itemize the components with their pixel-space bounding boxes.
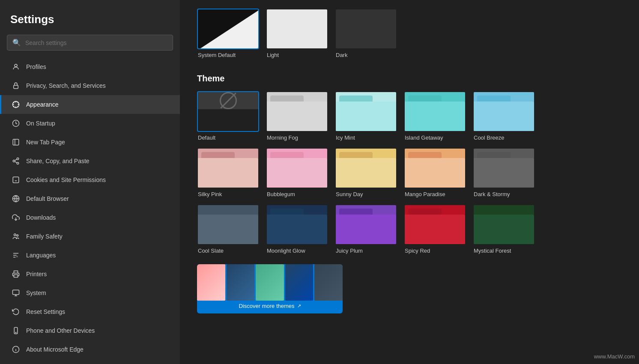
sidebar-item-appearance[interactable]: Appearance [0, 95, 180, 114]
theme-img-sunny-day [335, 148, 397, 188]
theme-label-icy-mint: Icy Mint [335, 134, 397, 141]
theme-card-mystical-forest[interactable]: Mystical Forest [473, 204, 535, 254]
system-icon [12, 289, 20, 297]
theme-label-dark-stormy: Dark & Stormy [473, 191, 535, 197]
discover-img-3 [256, 264, 284, 301]
theme-img-bubblegum [266, 148, 328, 188]
theme-card-default[interactable]: Default [197, 91, 259, 141]
search-box[interactable]: 🔍 [7, 35, 173, 51]
reset-icon [12, 307, 20, 316]
theme-img-island-getaway [404, 91, 466, 132]
sidebar-item-family[interactable]: Family Safety [0, 227, 180, 246]
svg-point-15 [14, 234, 16, 236]
theme-img-dark-stormy [473, 148, 535, 188]
printers-icon [12, 270, 20, 278]
discover-img-2 [227, 264, 255, 301]
theme-label-moonlight-glow: Moonlight Glow [266, 248, 328, 254]
mode-img-light [266, 9, 328, 49]
theme-card-sunny-day[interactable]: Sunny Day [335, 148, 397, 197]
startup-label: On Startup [26, 120, 55, 127]
sidebar-item-system[interactable]: System [0, 283, 180, 302]
themes-grid: Default Morning Fog Icy Mint [197, 91, 622, 254]
mode-card-light[interactable]: Light [266, 9, 328, 58]
mode-card-dark[interactable]: Dark [335, 9, 397, 58]
privacy-label: Privacy, Search, and Services [26, 82, 106, 89]
theme-card-dark-stormy[interactable]: Dark & Stormy [473, 148, 535, 197]
sidebar-item-printers[interactable]: Printers [0, 265, 180, 283]
sidebar-item-reset[interactable]: Reset Settings [0, 302, 180, 321]
color-mode-section: System Default Light Dark [197, 0, 622, 58]
main-content: System Default Light Dark Theme Default [180, 0, 639, 364]
sidebar-item-startup[interactable]: On Startup [0, 114, 180, 133]
app-title: Settings [0, 9, 180, 35]
family-label: Family Safety [26, 233, 63, 240]
theme-card-island-getaway[interactable]: Island Getaway [404, 91, 466, 141]
theme-label-bubblegum: Bubblegum [266, 191, 328, 197]
appearance-icon [12, 100, 20, 109]
discover-images [197, 264, 343, 301]
family-icon [12, 232, 20, 241]
svg-rect-18 [14, 275, 18, 277]
theme-label-mystical-forest: Mystical Forest [473, 248, 535, 254]
theme-label-cool-breeze: Cool Breeze [473, 134, 535, 141]
svg-point-7 [13, 160, 15, 162]
search-input[interactable] [25, 39, 167, 46]
theme-card-icy-mint[interactable]: Icy Mint [335, 91, 397, 141]
theme-img-moonlight-glow [266, 204, 328, 245]
languages-label: Languages [26, 252, 56, 259]
mode-img-dark [335, 9, 397, 49]
sidebar-item-share[interactable]: Share, Copy, and Paste [0, 152, 180, 170]
sidebar-item-newtab[interactable]: New Tab Page [0, 133, 180, 152]
default-browser-label: Default Browser [26, 195, 69, 202]
theme-img-juicy-plum [335, 204, 397, 245]
sidebar-item-privacy[interactable]: Privacy, Search, and Services [0, 76, 180, 95]
profiles-icon [12, 63, 20, 71]
privacy-icon [12, 81, 20, 90]
theme-label-cool-slate: Cool Slate [197, 248, 259, 254]
svg-rect-11 [13, 177, 19, 183]
theme-img-spicy-red [404, 204, 466, 245]
theme-card-spicy-red[interactable]: Spicy Red [404, 204, 466, 254]
theme-card-moonlight-glow[interactable]: Moonlight Glow [266, 204, 328, 254]
mode-label-system-default: System Default [197, 52, 259, 58]
newtab-icon [12, 138, 20, 146]
system-label: System [26, 289, 46, 296]
sidebar-item-phone[interactable]: Phone and Other Devices [0, 321, 180, 340]
sidebar-item-about[interactable]: About Microsoft Edge [0, 340, 180, 359]
sidebar-item-cookies[interactable]: Cookies and Site Permissions [0, 170, 180, 189]
theme-card-bubblegum[interactable]: Bubblegum [266, 148, 328, 197]
svg-point-23 [15, 332, 16, 333]
discover-more-banner[interactable]: Discover more themes ↗ [197, 264, 343, 313]
discover-img-4 [285, 264, 314, 301]
theme-card-cool-slate[interactable]: Cool Slate [197, 204, 259, 254]
discover-img-5 [314, 264, 343, 301]
sidebar-item-languages[interactable]: A Languages [0, 246, 180, 265]
discover-label: Discover more themes ↗ [197, 303, 343, 309]
theme-label-silky-pink: Silky Pink [197, 191, 259, 197]
sidebar-item-profiles[interactable]: Profiles [0, 57, 180, 76]
theme-card-morning-fog[interactable]: Morning Fog [266, 91, 328, 141]
sidebar-item-downloads[interactable]: Downloads [0, 208, 180, 227]
printers-label: Printers [26, 271, 47, 277]
mode-img-system-default [197, 9, 259, 49]
theme-card-juicy-plum[interactable]: Juicy Plum [335, 204, 397, 254]
theme-label-spicy-red: Spicy Red [404, 248, 466, 254]
theme-img-icy-mint [335, 91, 397, 132]
theme-card-mango-paradise[interactable]: Mango Paradise [404, 148, 466, 197]
mode-label-light: Light [266, 52, 328, 58]
theme-label-morning-fog: Morning Fog [266, 134, 328, 141]
svg-point-6 [17, 158, 19, 160]
no-symbol-icon [220, 92, 237, 109]
theme-label-juicy-plum: Juicy Plum [335, 248, 397, 254]
mode-card-system-default[interactable]: System Default [197, 9, 259, 58]
theme-card-cool-breeze[interactable]: Cool Breeze [473, 91, 535, 141]
theme-img-mango-paradise [404, 148, 466, 188]
theme-card-silky-pink[interactable]: Silky Pink [197, 148, 259, 197]
svg-line-9 [15, 161, 17, 163]
svg-point-0 [15, 64, 17, 67]
theme-label-default: Default [197, 134, 259, 141]
cookies-icon [12, 176, 20, 184]
languages-icon: A [12, 251, 20, 260]
sidebar-item-default-browser[interactable]: Default Browser [0, 189, 180, 208]
reset-label: Reset Settings [26, 308, 65, 315]
